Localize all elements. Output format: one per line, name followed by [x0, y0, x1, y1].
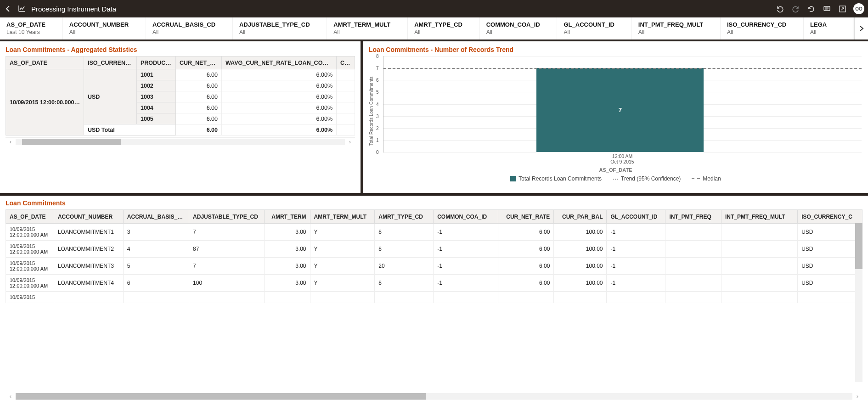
filter-value: All	[810, 29, 847, 35]
detail-cell: 3.00	[264, 241, 310, 258]
undo-icon[interactable]	[775, 4, 784, 13]
agg-cell-product: 1001	[137, 69, 176, 80]
agg-col-header[interactable]: PRODUCT_ID	[137, 56, 176, 69]
agg-col-header[interactable]: WAVG_CUR_NET_RATE_LOAN_COMMITMENTS	[222, 56, 337, 69]
detail-vscroll[interactable]	[855, 223, 862, 382]
detail-col-header[interactable]: AMRT_TERM	[264, 210, 310, 224]
back-button[interactable]	[4, 4, 13, 13]
detail-col-header[interactable]: ADJUSTABLE_TYPE_CD	[189, 210, 265, 224]
filter-value: All	[414, 29, 473, 35]
filter-as_of_date[interactable]: AS_OF_DATELast 10 Years	[0, 17, 63, 40]
detail-col-header[interactable]: ACCRUAL_BASIS_CD	[123, 210, 189, 224]
detail-cell	[375, 292, 434, 303]
detail-col-header[interactable]: AS_OF_DATE	[6, 210, 54, 224]
agg-cell-date: 10/09/2015 12:00:00.000 AM	[6, 69, 84, 136]
detail-col-header[interactable]: AMRT_TYPE_CD	[375, 210, 434, 224]
chart-ytick: 6	[376, 78, 379, 83]
filter-account_number[interactable]: ACCOUNT_NUMBERAll	[63, 17, 146, 40]
detail-col-header[interactable]: AMRT_TERM_MULT	[310, 210, 375, 224]
agg-col-header[interactable]: CUR_NET_RATE	[176, 56, 222, 69]
filter-label: INT_PMT_FREQ_MULT	[638, 21, 714, 28]
detail-col-header[interactable]: COMMON_COA_ID	[434, 210, 498, 224]
detail-row[interactable]: 10/09/2015 12:00:00.000 AMLOANCOMMITMENT…	[6, 275, 862, 292]
records-trend-chart: Total Records Loan Commitments 012345678…	[369, 56, 862, 166]
filter-adjustable_type_cd[interactable]: ADJUSTABLE_TYPE_CDAll	[233, 17, 327, 40]
filter-amrt_term_mult[interactable]: AMRT_TERM_MULTAll	[327, 17, 408, 40]
detail-cell	[434, 292, 498, 303]
detail-cell	[665, 275, 721, 292]
chart-ytick: 0	[376, 150, 379, 155]
filter-common_coa_id[interactable]: COMMON_COA_IDAll	[480, 17, 558, 40]
redo-icon[interactable]	[791, 4, 800, 13]
legend-swatch-dash-icon	[692, 178, 700, 179]
hscroll-right-icon[interactable]: ›	[852, 393, 862, 400]
detail-cell: 8	[375, 224, 434, 241]
detail-cell	[123, 292, 189, 303]
detail-cell: 3.00	[264, 224, 310, 241]
detail-cell: 6.00	[498, 241, 554, 258]
detail-cell	[607, 292, 665, 303]
agg-cell-wavg: 6.00%	[222, 80, 337, 91]
filter-label: ADJUSTABLE_TYPE_CD	[239, 21, 320, 28]
hscroll-right-icon[interactable]: ›	[345, 138, 355, 145]
refresh-icon[interactable]	[806, 4, 816, 13]
detail-cell	[721, 224, 797, 241]
filter-value: All	[152, 29, 226, 35]
filter-int_pmt_freq_mult[interactable]: INT_PMT_FREQ_MULTAll	[632, 17, 721, 40]
filter-iso_currency_cd[interactable]: ISO_CURRENCY_CDAll	[721, 17, 804, 40]
detail-cell: 5	[123, 258, 189, 275]
detail-col-header[interactable]: INT_PMT_FREQ_MULT	[721, 210, 797, 224]
agg-col-header[interactable]: ISO_CURRENCY_CD	[84, 56, 137, 69]
detail-col-header[interactable]: ISO_CURRENCY_C	[798, 210, 862, 224]
detail-row[interactable]: 10/09/2015	[6, 292, 862, 303]
agg-cell-product: 1005	[137, 113, 176, 124]
detail-cell: 100.00	[554, 224, 607, 241]
detail-col-header[interactable]: CUR_NET_RATE	[498, 210, 554, 224]
chart-bar[interactable]: 7	[536, 68, 704, 152]
filter-value: All	[564, 29, 625, 35]
detail-cell: -1	[434, 224, 498, 241]
detail-row[interactable]: 10/09/2015 12:00:00.000 AMLOANCOMMITMENT…	[6, 224, 862, 241]
filter-lega[interactable]: LEGAAll	[804, 17, 854, 40]
chart-ytick: 5	[376, 90, 379, 95]
user-avatar[interactable]: OO	[853, 3, 864, 14]
agg-cell-wavg: 6.00%	[222, 69, 337, 80]
filter-scroll-right[interactable]	[854, 17, 868, 40]
detail-cell: 100.00	[554, 275, 607, 292]
detail-row[interactable]: 10/09/2015 12:00:00.000 AMLOANCOMMITMENT…	[6, 258, 862, 275]
detail-cell: LOANCOMMITMENT2	[54, 241, 123, 258]
hscroll-left-icon[interactable]: ‹	[6, 393, 16, 400]
detail-cell: -1	[434, 275, 498, 292]
expand-icon[interactable]	[838, 4, 847, 13]
chart-ytick: 4	[376, 102, 379, 107]
detail-table: AS_OF_DATEACCOUNT_NUMBERACCRUAL_BASIS_CD…	[6, 209, 862, 303]
detail-row[interactable]: 10/09/2015 12:00:00.000 AMLOANCOMMITMENT…	[6, 241, 862, 258]
comment-icon[interactable]	[822, 4, 831, 13]
agg-col-header[interactable]: CUR	[337, 56, 355, 69]
chart-ytick: 2	[376, 125, 379, 130]
detail-cell: Y	[310, 224, 375, 241]
detail-cell	[665, 258, 721, 275]
detail-col-header[interactable]: INT_PMT_FREQ	[665, 210, 721, 224]
detail-col-header[interactable]: GL_ACCOUNT_ID	[607, 210, 665, 224]
detail-col-header[interactable]: CUR_PAR_BAL	[554, 210, 607, 224]
agg-hscroll[interactable]: ‹ ›	[6, 137, 355, 146]
hscroll-left-icon[interactable]: ‹	[6, 138, 16, 145]
filter-accrual_basis_cd[interactable]: ACCRUAL_BASIS_CDAll	[146, 17, 233, 40]
filter-amrt_type_cd[interactable]: AMRT_TYPE_CDAll	[408, 17, 480, 40]
detail-cell	[721, 258, 797, 275]
detail-cell	[665, 241, 721, 258]
filter-label: ISO_CURRENCY_CD	[727, 21, 797, 28]
detail-col-header[interactable]: ACCOUNT_NUMBER	[54, 210, 123, 224]
filter-value: All	[69, 29, 139, 35]
filter-label: AS_OF_DATE	[6, 21, 56, 28]
agg-row[interactable]: 10/09/2015 12:00:00.000 AMUSD10016.006.0…	[6, 69, 355, 80]
detail-cell: LOANCOMMITMENT1	[54, 224, 123, 241]
filter-gl_account_id[interactable]: GL_ACCOUNT_IDAll	[557, 17, 631, 40]
filter-value: All	[727, 29, 797, 35]
agg-cell-rate: 6.00	[176, 69, 222, 80]
agg-col-header[interactable]: AS_OF_DATE	[6, 56, 84, 69]
detail-hscroll[interactable]: ‹ ›	[6, 392, 862, 400]
chart-legend: Total Records Loan Commitments Trend (95…	[369, 175, 862, 182]
chart-xlabel: AS_OF_DATE	[369, 167, 862, 173]
